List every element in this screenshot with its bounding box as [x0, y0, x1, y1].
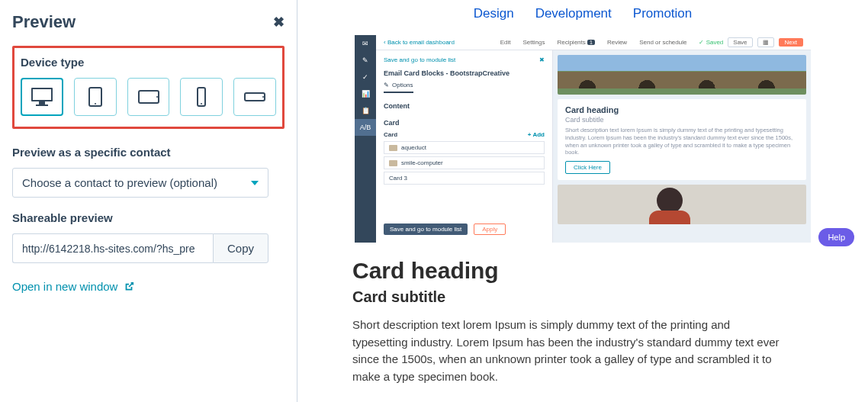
svg-rect-6 — [139, 91, 159, 103]
card-sub-label: Card — [384, 131, 397, 138]
share-url-input[interactable] — [12, 233, 213, 263]
editor-sidenav: ✉ ✎ ✓ 📊 📋 A/B — [355, 35, 376, 243]
enlarged-subtitle: Card subtitle — [352, 288, 780, 306]
editor-screenshot: ✉ ✎ ✓ 📊 📋 A/B ‹ Back to email dashboard … — [355, 35, 811, 243]
device-type-section: Device type — [12, 46, 285, 129]
nav-clip-icon[interactable]: 📋 — [355, 102, 376, 119]
card1-subtitle: Card subtitle — [565, 116, 799, 124]
tab-development[interactable]: Development — [535, 6, 612, 21]
device-tablet-landscape[interactable] — [127, 78, 170, 116]
svg-rect-2 — [39, 101, 45, 105]
back-link[interactable]: ‹ Back to email dashboard — [384, 39, 455, 46]
preview-card-1: Card heading Card subtitle Short descrip… — [558, 99, 806, 180]
tab-promotion[interactable]: Promotion — [633, 6, 692, 21]
chevron-down-icon — [251, 181, 259, 185]
nav-ab-icon[interactable]: A/B — [355, 119, 376, 136]
grid-icon[interactable]: ▦ — [757, 37, 774, 47]
toptab-send[interactable]: Send or schedule — [639, 39, 686, 46]
close-icon[interactable]: ✖ — [273, 14, 285, 31]
apply-button[interactable]: Apply — [474, 224, 506, 235]
close-icon[interactable]: ✖ — [539, 56, 545, 63]
device-phone-portrait[interactable] — [180, 78, 223, 116]
svg-rect-3 — [36, 105, 48, 106]
hero-image — [558, 55, 806, 95]
svg-point-5 — [95, 103, 96, 105]
save-back-link[interactable]: Save and go to module list — [384, 56, 455, 63]
add-card-link[interactable]: + Add — [528, 131, 545, 138]
nav-chart-icon[interactable]: 📊 — [355, 85, 376, 102]
nav-mail-icon[interactable]: ✉ — [355, 35, 376, 52]
nav-check-icon[interactable]: ✓ — [355, 69, 376, 85]
save-go-button[interactable]: Save and go to module list — [384, 224, 468, 235]
preview-panel: Preview ✖ Device type — [0, 0, 297, 402]
nav-edit-icon[interactable]: ✎ — [355, 52, 376, 69]
contact-select[interactable]: Choose a contact to preview (optional) — [12, 168, 268, 198]
content-heading: Content — [384, 102, 545, 110]
toptab-edit[interactable]: Edit — [500, 39, 511, 46]
contact-placeholder: Choose a contact to preview (optional) — [22, 176, 217, 189]
enlarged-card: Card heading Card subtitle Short descrip… — [352, 258, 780, 385]
card-item-3[interactable]: Card 3 — [384, 172, 545, 185]
enlarged-desc: Short description text lorem Ipsum is si… — [352, 317, 780, 385]
share-label: Shareable preview — [12, 211, 285, 224]
module-panel: Save and go to module list ✖ Email Card … — [376, 50, 553, 243]
email-preview: Card heading Card subtitle Short descrip… — [553, 50, 811, 243]
toptab-recipients[interactable]: Recipients 1 — [557, 39, 595, 46]
card-item-aqueduct[interactable]: aqueduct — [384, 141, 545, 154]
toptab-settings[interactable]: Settings — [523, 39, 545, 46]
preview-card-2-image — [558, 185, 806, 224]
enlarged-heading: Card heading — [352, 258, 780, 284]
device-type-label: Device type — [21, 56, 276, 69]
device-tablet-portrait[interactable] — [74, 78, 117, 116]
device-desktop[interactable] — [21, 78, 63, 116]
card-item-smile-computer[interactable]: smile-computer — [384, 156, 545, 169]
contact-label: Preview as a specific contact — [12, 146, 285, 159]
help-button[interactable]: Help — [818, 228, 854, 246]
open-new-window-link[interactable]: Open in new window — [12, 280, 285, 293]
next-button[interactable]: Next — [779, 38, 803, 47]
svg-rect-1 — [33, 89, 51, 100]
svg-point-7 — [156, 96, 158, 98]
options-tab[interactable]: ✎Options — [384, 82, 413, 93]
svg-rect-10 — [245, 93, 265, 101]
toptab-review[interactable]: Review — [607, 39, 627, 46]
tab-design[interactable]: Design — [474, 6, 514, 21]
svg-point-11 — [262, 96, 264, 98]
card1-desc: Short description text lorem Ipsum is si… — [565, 127, 799, 156]
open-label: Open in new window — [12, 280, 117, 293]
saved-indicator: ✓ Saved — [699, 39, 723, 46]
copy-button[interactable]: Copy — [213, 233, 268, 263]
right-column: Design Development Promotion ✉ ✎ ✓ 📊 📋 A… — [297, 0, 868, 402]
svg-point-9 — [201, 103, 202, 105]
card1-heading: Card heading — [565, 105, 799, 114]
card1-cta[interactable]: Click Here — [565, 161, 610, 174]
card-heading: Card — [384, 119, 545, 127]
save-button[interactable]: Save — [728, 37, 752, 47]
device-phone-landscape[interactable] — [233, 78, 276, 116]
external-link-icon — [124, 281, 134, 292]
module-title: Email Card Blocks - BootstrapCreative — [384, 69, 545, 77]
panel-title: Preview — [12, 12, 76, 32]
